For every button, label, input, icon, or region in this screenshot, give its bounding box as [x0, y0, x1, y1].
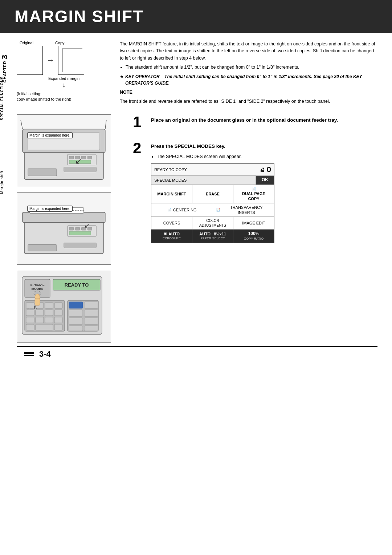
svg-rect-17: [28, 245, 57, 251]
copy-box: [58, 46, 84, 75]
copy-ratio-cell: 100% COPY RATIO: [233, 230, 274, 242]
svg-rect-4: [64, 167, 96, 172]
svg-rect-49: [54, 324, 62, 330]
screen-row-3: COVERS COLORADJUSTMENTS IMAGE EDIT: [151, 217, 274, 230]
step-2-number: 2: [133, 141, 146, 243]
svg-text:MODES: MODES: [31, 287, 43, 291]
svg-rect-56: [84, 318, 98, 324]
svg-line-12: [105, 120, 106, 129]
initial-setting-text: (Initial setting:copy image shifted to t…: [17, 91, 111, 102]
left-illustrations: Margin is expanded here. ↙: [17, 114, 122, 343]
screen-special-modes-row: SPECIAL MODES OK: [151, 176, 274, 185]
steps-text: 1 Place an original on the document glas…: [122, 114, 377, 343]
copy-diagram: →: [17, 46, 111, 75]
key-operator-label: KEY OPERATOR: [125, 74, 163, 79]
copy-ratio-label: COPY RATIO: [244, 237, 264, 241]
note-para: NOTE: [120, 89, 377, 96]
svg-rect-45: [45, 317, 53, 323]
svg-rect-18: [64, 243, 96, 248]
image-edit-btn[interactable]: IMAGE EDIT: [233, 217, 274, 229]
bar-lines: [24, 352, 34, 356]
down-arrow-2: ↙: [84, 222, 90, 230]
page-title: MARGIN SHIFT: [15, 7, 377, 26]
screen-status-bar: ▣ AUTO EXPOSURE AUTO 8½x11: [151, 230, 274, 242]
bar-line-1: [24, 352, 34, 354]
zero-value: 0: [267, 165, 271, 174]
ok-button[interactable]: OK: [256, 176, 274, 185]
svg-line-11: [21, 120, 23, 129]
screen-row-1: MARGIN SHIFT ERASE 📄 DUAL PAGE COPY: [151, 185, 274, 203]
copier-svg-1: [17, 115, 111, 187]
margin-shift-btn[interactable]: MARGIN SHIFT: [151, 185, 192, 203]
screen-zero: 🖨 0: [260, 165, 271, 174]
svg-rect-38: [54, 303, 62, 308]
screen-mockup: READY TO COPY. 🖨 0 SPECIAL MODES: [151, 163, 274, 243]
margin-label-2: Margin is expanded here.: [27, 206, 73, 212]
top-illustration: Original Copy → Expanded margin ↓ (Initi…: [17, 41, 111, 107]
svg-rect-41: [45, 310, 53, 316]
svg-rect-55: [69, 318, 83, 324]
original-box: [17, 46, 43, 75]
svg-rect-40: [36, 310, 44, 316]
device-illustration-2: Margin is expanded here. ↙: [17, 192, 111, 265]
bullet-1: The standard shift amount is 1/2", but c…: [126, 64, 377, 71]
svg-rect-24: [69, 231, 91, 235]
svg-rect-51: [69, 302, 83, 308]
illustration-labels: Original Copy: [17, 41, 111, 45]
note-label: NOTE: [120, 90, 132, 95]
key-operator-content: KEY OPERATOR The initial shift setting c…: [125, 73, 377, 87]
arrow-right-icon: →: [46, 56, 54, 65]
top-section: Original Copy → Expanded margin ↓ (Initi…: [17, 41, 377, 107]
bar-line-2: [24, 355, 34, 356]
main-content: CHAPTER 3 SPECIAL FUNCTIONS Margin shift…: [0, 33, 392, 372]
copy-label: Copy: [55, 41, 65, 45]
expand-arrow-icon: ↓: [17, 81, 111, 89]
sidebar-chapter-number: 3: [0, 54, 9, 59]
key-operator-item: ★ KEY OPERATOR The initial shift setting…: [120, 73, 377, 87]
sidebar: CHAPTER 3 SPECIAL FUNCTIONS Margin shift: [0, 33, 13, 372]
margin-label-1: Margin is expanded here.: [27, 132, 73, 138]
sidebar-functions-label: SPECIAL FUNCTIONS: [0, 76, 4, 120]
svg-rect-6: [69, 156, 74, 159]
step-1-text: Place an original on the document glass …: [151, 117, 377, 124]
panel-svg: SPECIAL MODES READY TO 2- D: [20, 273, 107, 340]
svg-rect-57: [69, 326, 83, 331]
screen-header-row: READY TO COPY. 🖨 0: [151, 164, 274, 176]
paper-select-label: PAPER SELECT: [200, 236, 225, 241]
footer-bar: 3-4: [17, 346, 377, 361]
svg-text:SPECIAL: SPECIAL: [30, 283, 45, 287]
panel-illustration: SPECIAL MODES READY TO 2- D: [17, 270, 111, 343]
dual-page-btn[interactable]: 📄 DUAL PAGE COPY: [233, 185, 274, 203]
exposure-cell: ▣ AUTO EXPOSURE: [151, 230, 192, 242]
svg-rect-35: [26, 303, 34, 308]
centering-btn[interactable]: 📄 CENTERING: [151, 203, 213, 217]
svg-rect-46: [54, 317, 62, 323]
sidebar-functions: SPECIAL FUNCTIONS: [0, 76, 13, 120]
step-2: 2 Press the SPECIAL MODES key. The SPECI…: [133, 141, 377, 243]
copier-svg-2: [17, 193, 111, 264]
page-body: Original Copy → Expanded margin ↓ (Initi…: [13, 33, 392, 372]
color-adjustments-btn[interactable]: COLORADJUSTMENTS: [192, 217, 233, 229]
exposure-label: EXPOSURE: [163, 236, 181, 241]
step-2-bullets: The SPECIAL MODES screen will appear.: [157, 153, 377, 160]
copy-box-inner: [62, 48, 82, 72]
covers-btn[interactable]: COVERS: [151, 217, 192, 229]
steps-area: Margin is expanded here. ↙: [17, 114, 377, 343]
svg-rect-52: [84, 302, 98, 308]
star-icon: ★: [120, 73, 124, 87]
expanded-margin-text: Expanded margin: [48, 76, 79, 81]
svg-rect-3: [28, 169, 57, 176]
screen-row-2: 📄 CENTERING 📑 TRANSPARENCY INSERTS: [151, 203, 274, 217]
step-2-bullet-1: The SPECIAL MODES screen will appear.: [157, 153, 377, 160]
description-list: The standard shift amount is 1/2", but c…: [126, 64, 377, 71]
svg-rect-14: [23, 212, 105, 223]
erase-btn[interactable]: ERASE: [192, 185, 233, 203]
top-description: The MARGIN SHIFT feature, in its initial…: [120, 41, 377, 107]
transparency-btn[interactable]: 📑 TRANSPARENCY INSERTS: [213, 203, 274, 217]
svg-rect-9: [87, 156, 92, 159]
printer-icon: 🖨: [260, 167, 265, 173]
svg-rect-20: [69, 227, 74, 230]
sidebar-margin: Margin shift: [0, 171, 13, 194]
step-1-content: Place an original on the document glass …: [151, 114, 377, 130]
step-2-content: Press the SPECIAL MODES key. The SPECIAL…: [151, 141, 377, 243]
